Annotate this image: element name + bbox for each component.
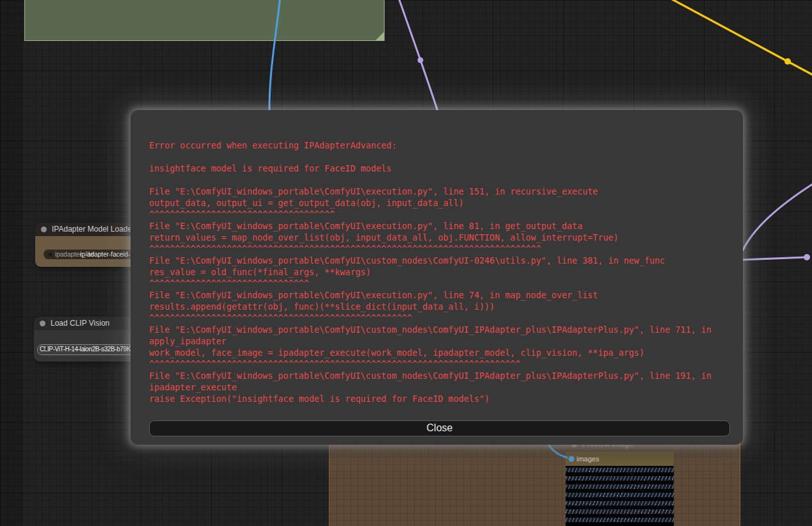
error-dialog-body: Error occurred when executing IPAdapterA…: [149, 140, 730, 405]
node-title: Load CLIP Vision: [51, 319, 109, 328]
combo-value: ip-adapter-faceid-: [80, 250, 130, 259]
traceback-line: File "E:\ComfyUI_windows_portable\ComfyU…: [149, 255, 730, 267]
traceback-line: raise Exception("insightface model is re…: [149, 394, 730, 405]
collapse-toggle-icon[interactable]: [40, 321, 45, 326]
preview-image-thumbnail: [566, 466, 674, 526]
collapse-toggle-icon[interactable]: [41, 227, 47, 232]
error-dialog: Error occurred when executing IPAdapterA…: [131, 110, 743, 445]
comfyui-app: IPAdapter Model Loader ◀ ipadapter_file …: [0, 0, 812, 526]
error-message: insightface model is required for FaceID…: [149, 163, 730, 175]
traceback-line: File "E:\ComfyUI_windows_portable\ComfyU…: [149, 290, 730, 301]
traceback-line: ^^^^^^^^^^^^^^^^^^^^^^^^^^^^^^^^^^^^^^^^…: [149, 313, 730, 324]
group-note-green[interactable]: [24, 0, 385, 41]
traceback-line: File "E:\ComfyUI_windows_portable\ComfyU…: [149, 324, 730, 347]
traceback-line: File "E:\ComfyUI_windows_portable\ComfyU…: [149, 186, 730, 198]
error-title: Error occurred when executing IPAdapterA…: [149, 140, 730, 152]
traceback-line: ^^^^^^^^^^^^^^^^^^^^^^^^^^^^^^^^^^^^^^^^…: [149, 244, 730, 255]
node-title: IPAdapter Model Loader: [52, 225, 134, 234]
group-box-brown[interactable]: [329, 442, 740, 526]
traceback-line: ^^^^^^^^^^^^^^^^^^^^^^^^^^^^^^^^^^^^: [149, 209, 730, 221]
combo-value: CLIP-ViT-H-14-laion2B-s32B-b79K: [40, 345, 131, 354]
combo-left-arrow-icon[interactable]: ◀: [47, 250, 52, 259]
traceback-line: ^^^^^^^^^^^^^^^^^^^^^^^^^^^^^^^^^^^^^^^^…: [149, 359, 730, 371]
close-button[interactable]: Close: [149, 420, 730, 436]
error-traceback: File "E:\ComfyUI_windows_portable\ComfyU…: [149, 186, 730, 405]
traceback-line: ^^^^^^^^^^^^^^^^^^^^^^^^^^^^^^^: [149, 278, 730, 290]
traceback-line: File "E:\ComfyUI_windows_portable\ComfyU…: [149, 221, 730, 232]
traceback-line: res_value = old_func(*final_args, **kwar…: [149, 267, 730, 278]
traceback-line: output_data, output_ui = get_output_data…: [149, 198, 730, 209]
traceback-line: File "E:\ComfyUI_windows_portable\ComfyU…: [149, 371, 730, 394]
node-preview-image[interactable]: Preview Image images: [566, 436, 674, 526]
traceback-line: work_model, face_image = ipadapter_execu…: [149, 347, 730, 359]
input-label: images: [577, 455, 599, 463]
traceback-line: results.append(getattr(obj, func)(**slic…: [149, 301, 730, 313]
traceback-line: return_values = map_node_over_list(obj, …: [149, 232, 730, 244]
images-input-row: images: [566, 452, 674, 466]
